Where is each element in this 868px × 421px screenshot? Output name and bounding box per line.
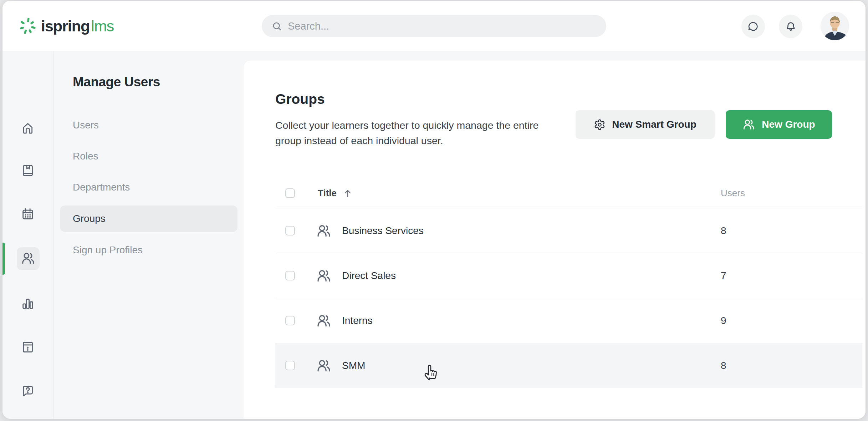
- new-smart-group-button[interactable]: New Smart Group: [576, 110, 715, 139]
- help-chat-icon: [21, 384, 35, 398]
- group-title: Interns: [342, 315, 373, 326]
- home-icon: [21, 121, 35, 135]
- group-user-count: 8: [721, 225, 726, 237]
- panel-item-signup-profiles[interactable]: Sign up Profiles: [60, 237, 238, 263]
- calendar-icon: [21, 207, 35, 221]
- book-icon: [21, 163, 35, 178]
- select-all-checkbox[interactable]: [285, 188, 295, 198]
- content-card: Groups Collect your learners together to…: [244, 61, 866, 419]
- panel-item-label: Roles: [73, 151, 98, 162]
- nav-item-catalog-info[interactable]: [21, 340, 35, 354]
- group-user-count: 9: [721, 315, 726, 326]
- bar-chart-icon: [21, 296, 35, 311]
- table-row-interns[interactable]: Interns 9: [275, 298, 862, 343]
- sort-arrow-up-icon[interactable]: [342, 188, 353, 199]
- panel-item-groups[interactable]: Groups: [60, 206, 238, 232]
- table-row-business-services[interactable]: Business Services 8: [275, 208, 862, 253]
- panel-item-departments[interactable]: Departments: [60, 174, 238, 201]
- row-checkbox[interactable]: [285, 316, 295, 325]
- new-group-label: New Group: [762, 119, 815, 130]
- panel-item-label: Sign up Profiles: [73, 244, 143, 256]
- nav-item-reports[interactable]: [21, 296, 35, 311]
- nav-item-users[interactable]: [21, 251, 35, 265]
- panel-title: Manage Users: [73, 75, 160, 90]
- row-checkbox[interactable]: [285, 271, 295, 280]
- global-search[interactable]: [262, 15, 606, 37]
- panel-item-label: Groups: [73, 213, 106, 224]
- nav-item-help[interactable]: [21, 384, 35, 398]
- app-window: ispringlms: [2, 1, 866, 419]
- bell-icon: [785, 21, 797, 32]
- groups-table: Title Users Business Services 8: [275, 178, 862, 388]
- group-user-count: 8: [721, 360, 726, 371]
- row-checkbox[interactable]: [285, 361, 295, 370]
- top-bar: ispringlms: [2, 1, 866, 51]
- row-checkbox[interactable]: [285, 226, 295, 235]
- group-title: Direct Sales: [342, 270, 396, 281]
- group-title: SMM: [342, 360, 365, 371]
- user-avatar[interactable]: [821, 12, 849, 40]
- column-header-title[interactable]: Title: [318, 188, 337, 199]
- nav-rail: [2, 52, 53, 419]
- table-header-row: Title Users: [275, 178, 862, 208]
- panel-item-label: Departments: [73, 182, 130, 193]
- group-title: Business Services: [342, 225, 424, 237]
- nav-item-courses[interactable]: [21, 163, 35, 178]
- users-icon: [742, 118, 755, 131]
- table-row-smm[interactable]: SMM 8: [275, 343, 862, 388]
- brand-suffix: lms: [91, 17, 114, 35]
- messages-button[interactable]: [741, 15, 765, 38]
- group-icon: [316, 268, 331, 283]
- info-window-icon: [21, 340, 35, 354]
- notifications-button[interactable]: [779, 15, 802, 38]
- brand-logo[interactable]: ispringlms: [18, 1, 114, 51]
- nav-item-home[interactable]: [21, 121, 35, 135]
- manage-users-panel: Manage Users Users Roles Departments Gro…: [54, 52, 244, 419]
- group-icon: [316, 313, 331, 328]
- ispring-flower-icon: [18, 17, 37, 35]
- panel-item-roles[interactable]: Roles: [60, 143, 238, 169]
- group-icon: [316, 358, 331, 373]
- page-title: Groups: [275, 91, 325, 107]
- active-nav-indicator: [2, 243, 5, 275]
- gear-icon: [594, 119, 606, 131]
- brand-name: ispring: [41, 17, 90, 35]
- search-input[interactable]: [288, 20, 606, 32]
- new-group-button[interactable]: New Group: [726, 110, 832, 139]
- group-user-count: 7: [721, 270, 726, 281]
- panel-item-users[interactable]: Users: [60, 112, 238, 138]
- table-row-direct-sales[interactable]: Direct Sales 7: [275, 253, 862, 298]
- page-description: Collect your learners together to quickl…: [275, 118, 539, 148]
- nav-item-calendar[interactable]: [21, 207, 35, 221]
- search-icon: [271, 21, 282, 32]
- group-icon: [316, 223, 331, 238]
- column-header-users[interactable]: Users: [721, 188, 745, 199]
- panel-item-label: Users: [73, 120, 99, 131]
- brand-wordmark: ispringlms: [41, 17, 114, 35]
- chat-bubble-icon: [747, 21, 759, 32]
- new-smart-group-label: New Smart Group: [612, 119, 696, 130]
- users-icon: [21, 251, 35, 265]
